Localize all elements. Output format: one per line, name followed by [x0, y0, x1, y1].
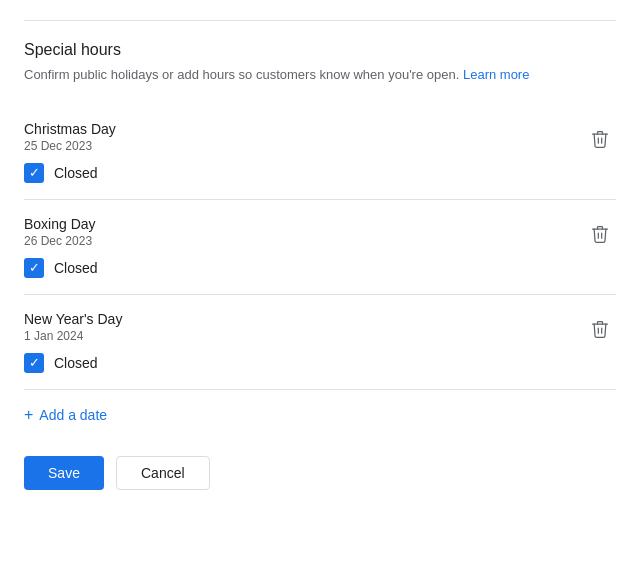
holiday-info-christmas: Christmas Day 25 Dec 2023 ✓ Closed — [24, 121, 584, 183]
holiday-date-newyear: 1 Jan 2024 — [24, 329, 584, 343]
holiday-header-newyear: New Year's Day 1 Jan 2024 ✓ Closed — [24, 311, 616, 373]
closed-label-christmas: Closed — [54, 165, 98, 181]
save-button[interactable]: Save — [24, 456, 104, 490]
holiday-item-newyear: New Year's Day 1 Jan 2024 ✓ Closed — [24, 295, 616, 390]
section-description: Confirm public holidays or add hours so … — [24, 65, 616, 85]
holiday-name-boxing: Boxing Day — [24, 216, 584, 232]
holiday-name-newyear: New Year's Day — [24, 311, 584, 327]
holiday-item-boxing: Boxing Day 26 Dec 2023 ✓ Closed — [24, 200, 616, 295]
closed-label-boxing: Closed — [54, 260, 98, 276]
closed-row-newyear: ✓ Closed — [24, 353, 584, 373]
delete-button-christmas[interactable] — [584, 123, 616, 155]
holiday-item-christmas: Christmas Day 25 Dec 2023 ✓ Closed — [24, 105, 616, 200]
trash-icon-christmas — [590, 129, 610, 149]
holiday-info-newyear: New Year's Day 1 Jan 2024 ✓ Closed — [24, 311, 584, 373]
plus-icon: + — [24, 406, 33, 424]
top-divider — [24, 20, 616, 21]
cancel-button[interactable]: Cancel — [116, 456, 210, 490]
holidays-list: Christmas Day 25 Dec 2023 ✓ Closed — [24, 105, 616, 390]
closed-label-newyear: Closed — [54, 355, 98, 371]
checkmark-icon-newyear: ✓ — [29, 356, 40, 369]
holiday-date-christmas: 25 Dec 2023 — [24, 139, 584, 153]
holiday-info-boxing: Boxing Day 26 Dec 2023 ✓ Closed — [24, 216, 584, 278]
closed-checkbox-christmas[interactable]: ✓ — [24, 163, 44, 183]
trash-icon-newyear — [590, 319, 610, 339]
delete-button-newyear[interactable] — [584, 313, 616, 345]
description-text: Confirm public holidays or add hours so … — [24, 67, 459, 82]
section-title: Special hours — [24, 41, 616, 59]
learn-more-link[interactable]: Learn more — [463, 67, 529, 82]
footer-buttons: Save Cancel — [24, 448, 616, 490]
holiday-date-boxing: 26 Dec 2023 — [24, 234, 584, 248]
delete-button-boxing[interactable] — [584, 218, 616, 250]
closed-checkbox-newyear[interactable]: ✓ — [24, 353, 44, 373]
holiday-header-christmas: Christmas Day 25 Dec 2023 ✓ Closed — [24, 121, 616, 183]
holiday-name-christmas: Christmas Day — [24, 121, 584, 137]
checkmark-icon-boxing: ✓ — [29, 261, 40, 274]
checkmark-icon-christmas: ✓ — [29, 166, 40, 179]
add-date-label: Add a date — [39, 407, 107, 423]
trash-icon-boxing — [590, 224, 610, 244]
holiday-header-boxing: Boxing Day 26 Dec 2023 ✓ Closed — [24, 216, 616, 278]
closed-row-christmas: ✓ Closed — [24, 163, 584, 183]
closed-row-boxing: ✓ Closed — [24, 258, 584, 278]
special-hours-container: Special hours Confirm public holidays or… — [0, 0, 640, 510]
add-date-button[interactable]: + Add a date — [24, 390, 107, 440]
closed-checkbox-boxing[interactable]: ✓ — [24, 258, 44, 278]
